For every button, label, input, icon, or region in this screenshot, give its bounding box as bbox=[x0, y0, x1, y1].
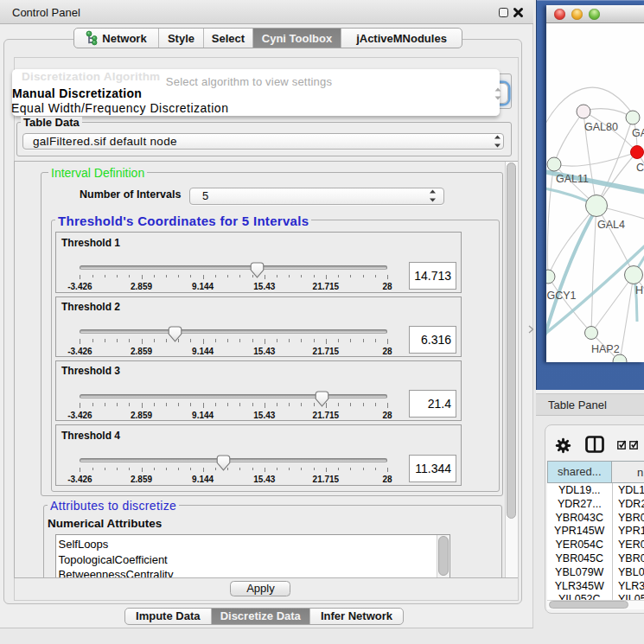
svg-text:GAL4: GAL4 bbox=[597, 219, 625, 231]
svg-text:H: H bbox=[635, 284, 643, 296]
svg-text:GCY1: GCY1 bbox=[547, 290, 577, 302]
svg-text:HAP2: HAP2 bbox=[591, 343, 620, 355]
svg-text:GAL11: GAL11 bbox=[556, 173, 589, 185]
svg-text:GA: GA bbox=[632, 127, 644, 139]
svg-text:GAL80: GAL80 bbox=[584, 121, 618, 133]
svg-text:C: C bbox=[636, 162, 644, 174]
